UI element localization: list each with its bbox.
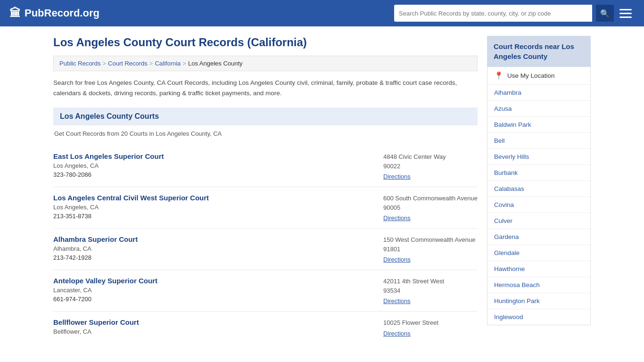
page-title: Los Angeles County Court Records (Califo… — [53, 36, 478, 49]
court-name: Alhambra Superior Court — [53, 235, 138, 243]
sidebar-item-culver[interactable]: Culver — [487, 213, 590, 229]
sidebar-item-hermosa-beach[interactable]: Hermosa Beach — [487, 277, 590, 293]
court-address: 150 West Commonwealth Avenue91801 — [383, 235, 478, 254]
court-city: Alhambra, CA — [53, 245, 138, 252]
court-left-2: Alhambra Superior Court Alhambra, CA 213… — [53, 235, 138, 261]
search-button[interactable]: 🔍 — [596, 5, 614, 22]
menu-button[interactable] — [618, 5, 635, 22]
court-address: 10025 Flower Street — [383, 318, 478, 328]
search-area: 🔍 — [394, 5, 635, 22]
court-left-4: Bellflower Superior Court Bellflower, CA — [53, 318, 139, 337]
court-name: Los Angeles Central Civil West Superior … — [53, 194, 209, 202]
sidebar-item-huntington-park[interactable]: Huntington Park — [487, 293, 590, 309]
breadcrumb-item-court-records[interactable]: Court Records — [108, 60, 148, 67]
site-header: 🏛 PubRecord.org 🔍 — [0, 0, 644, 26]
directions-link[interactable]: Directions — [383, 173, 411, 180]
court-address: 4848 Civic Center Way90022 — [383, 152, 478, 171]
breadcrumb-separator: > — [182, 60, 186, 67]
sidebar-item-burbank[interactable]: Burbank — [487, 165, 590, 181]
court-name: East Los Angeles Superior Court — [53, 152, 164, 160]
court-right-4: 10025 Flower Street Directions — [383, 318, 478, 337]
sidebar-header: Court Records near Los Angeles County — [487, 36, 591, 67]
location-icon: 📍 — [494, 71, 504, 80]
court-city: Lancaster, CA — [53, 287, 157, 294]
court-left-1: Los Angeles Central Civil West Superior … — [53, 194, 209, 220]
site-logo[interactable]: 🏛 PubRecord.org — [9, 7, 99, 20]
sidebar-item-calabasas[interactable]: Calabasas — [487, 181, 590, 197]
building-icon: 🏛 — [9, 7, 21, 20]
sidebar-item-azusa[interactable]: Azusa — [487, 101, 590, 117]
court-phone: 323-780-2086 — [53, 171, 164, 178]
court-item: Alhambra Superior Court Alhambra, CA 213… — [53, 229, 478, 270]
court-right-3: 42011 4th Street West93534 Directions — [383, 277, 478, 304]
breadcrumb-separator: > — [149, 60, 153, 67]
court-left-0: East Los Angeles Superior Court Los Ange… — [53, 152, 164, 178]
court-item: East Los Angeles Superior Court Los Ange… — [53, 146, 478, 187]
main-container: Los Angeles County Court Records (Califo… — [44, 26, 600, 353]
search-icon: 🔍 — [600, 9, 610, 18]
court-item: Antelope Valley Superior Court Lancaster… — [53, 270, 478, 312]
nearby-cities-list: AlhambraAzusaBaldwin ParkBellBeverly Hil… — [487, 85, 590, 325]
court-name: Bellflower Superior Court — [53, 318, 139, 326]
menu-bar-2 — [619, 13, 632, 14]
sidebar-item-baldwin-park[interactable]: Baldwin Park — [487, 117, 590, 133]
court-city: Bellflower, CA — [53, 328, 139, 335]
court-name: Antelope Valley Superior Court — [53, 277, 157, 285]
use-location-item[interactable]: 📍 Use My Location — [487, 67, 590, 85]
content-area: Los Angeles County Court Records (Califo… — [53, 36, 478, 344]
sidebar-item-hawthorne[interactable]: Hawthorne — [487, 261, 590, 277]
breadcrumb-separator: > — [102, 60, 106, 67]
section-header: Los Angeles County Courts — [53, 107, 478, 125]
directions-link[interactable]: Directions — [383, 297, 411, 304]
sidebar-item-glendale[interactable]: Glendale — [487, 245, 590, 261]
sidebar-list: 📍 Use My Location AlhambraAzusaBaldwin P… — [487, 67, 591, 325]
court-phone: 661-974-7200 — [53, 296, 157, 303]
sidebar: Court Records near Los Angeles County 📍 … — [487, 36, 591, 344]
menu-bar-3 — [619, 16, 632, 18]
sidebar-item-alhambra[interactable]: Alhambra — [487, 85, 590, 101]
court-city: Los Angeles, CA — [53, 162, 164, 169]
directions-link[interactable]: Directions — [383, 256, 411, 263]
breadcrumb-item-public-records[interactable]: Public Records — [59, 60, 100, 67]
court-address: 600 South Commonwealth Avenue90005 — [383, 194, 478, 212]
page-description: Search for free Los Angeles County, CA C… — [53, 78, 478, 98]
directions-link[interactable]: Directions — [383, 330, 411, 337]
court-right-0: 4848 Civic Center Way90022 Directions — [383, 152, 478, 180]
court-right-1: 600 South Commonwealth Avenue90005 Direc… — [383, 194, 478, 222]
search-input[interactable] — [394, 5, 592, 22]
court-item: Bellflower Superior Court Bellflower, CA… — [53, 312, 478, 344]
sidebar-item-bell[interactable]: Bell — [487, 133, 590, 149]
logo-text: PubRecord.org — [25, 7, 99, 19]
sidebar-item-covina[interactable]: Covina — [487, 197, 590, 213]
breadcrumb-item-california[interactable]: California — [155, 60, 181, 67]
menu-bar-1 — [619, 9, 632, 10]
courts-list: East Los Angeles Superior Court Los Ange… — [53, 146, 478, 344]
breadcrumb: Public Records>Court Records>California>… — [53, 56, 478, 71]
use-location-label: Use My Location — [507, 72, 555, 79]
court-item: Los Angeles Central Civil West Superior … — [53, 187, 478, 229]
court-left-3: Antelope Valley Superior Court Lancaster… — [53, 277, 157, 303]
sidebar-item-inglewood[interactable]: Inglewood — [487, 309, 590, 325]
section-subtext: Get Court Records from 20 Courts in Los … — [53, 130, 478, 137]
court-address: 42011 4th Street West93534 — [383, 277, 478, 295]
breadcrumb-item-los-angeles-county: Los Angeles County — [188, 60, 243, 67]
sidebar-item-beverly-hills[interactable]: Beverly Hills — [487, 149, 590, 165]
court-phone: 213-742-1928 — [53, 254, 138, 261]
directions-link[interactable]: Directions — [383, 214, 411, 222]
court-right-2: 150 West Commonwealth Avenue91801 Direct… — [383, 235, 478, 263]
sidebar-item-gardena[interactable]: Gardena — [487, 229, 590, 245]
court-phone: 213-351-8738 — [53, 213, 209, 220]
court-city: Los Angeles, CA — [53, 204, 209, 211]
